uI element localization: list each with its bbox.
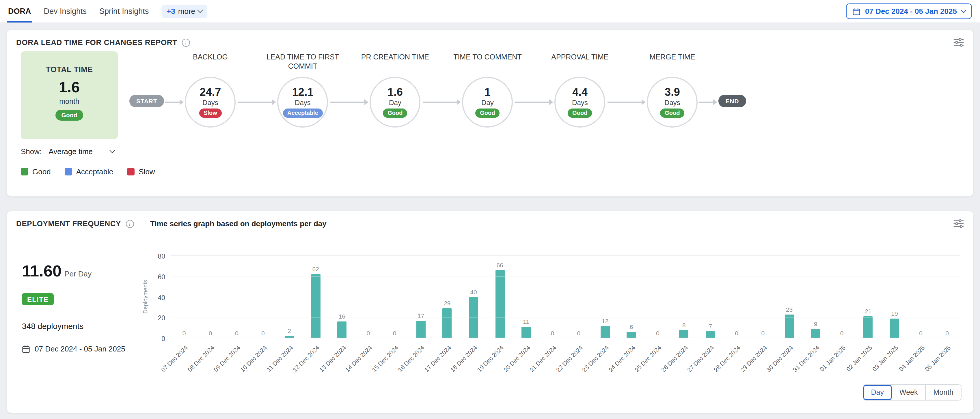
legend-item-good: Good xyxy=(21,167,51,176)
total-time-value: 1.6 xyxy=(21,78,118,96)
x-axis-label: 05 Jan 2025 xyxy=(923,344,952,373)
bar[interactable] xyxy=(522,327,531,338)
x-axis-label: 31 Dec 2024 xyxy=(791,344,820,373)
chevron-down-icon xyxy=(109,148,115,153)
x-axis-label: 26 Dec 2024 xyxy=(660,344,689,373)
bar-value-label: 0 xyxy=(209,330,212,336)
legend-swatch xyxy=(21,168,28,175)
bar-value-label: 17 xyxy=(417,312,424,319)
chevron-down-icon xyxy=(197,7,203,13)
lead-time-card-header: DORA LEAD TIME FOR CHANGES REPORT xyxy=(7,30,973,47)
gridline xyxy=(171,296,960,297)
settings-sliders-icon[interactable] xyxy=(953,219,964,228)
bar[interactable] xyxy=(469,297,478,338)
bar-value-label: 23 xyxy=(786,306,792,313)
bar[interactable] xyxy=(679,330,689,338)
bar-value-label: 21 xyxy=(865,308,872,315)
date-range-picker[interactable]: 07 Dec 2024 - 05 Jan 2025 xyxy=(846,3,972,19)
more-tabs-label: more xyxy=(178,7,195,16)
bar-value-label: 29 xyxy=(444,300,450,306)
x-axis-label: 29 Dec 2024 xyxy=(738,344,768,373)
bar[interactable] xyxy=(311,274,320,338)
bar-value-label: 19 xyxy=(891,310,898,317)
legend-label: Slow xyxy=(138,167,155,176)
bar-value-label: 0 xyxy=(840,330,844,336)
bar-value-label: 8 xyxy=(682,321,686,328)
granularity-toggle: DayWeekMonth xyxy=(863,384,961,400)
bar[interactable] xyxy=(811,329,820,338)
chevron-down-icon xyxy=(961,7,966,13)
bar[interactable] xyxy=(601,326,610,338)
bar-value-label: 0 xyxy=(577,330,581,336)
bar-slot: 1223 Dec 2024 xyxy=(592,256,618,338)
x-axis-label: 11 Dec 2024 xyxy=(266,344,294,373)
stage-unit: Days xyxy=(202,99,218,107)
stage-label: APPROVAL TIME xyxy=(539,51,621,77)
stage-value: 24.7 xyxy=(199,87,221,98)
show-dropdown[interactable]: Average time xyxy=(49,147,114,156)
stage-circle: 1.6DayGood xyxy=(370,77,420,127)
bar-slot: 1613 Dec 2024 xyxy=(329,256,355,338)
y-tick-label: 80 xyxy=(143,253,165,260)
legend-label: Good xyxy=(32,167,51,176)
x-axis-label: 13 Dec 2024 xyxy=(318,344,347,373)
bar[interactable] xyxy=(495,270,504,338)
bar-value-label: 6 xyxy=(630,324,633,330)
granularity-month[interactable]: Month xyxy=(926,385,961,400)
bar-value-label: 40 xyxy=(470,288,477,295)
bar-slot: 025 Dec 2024 xyxy=(644,256,671,338)
x-axis-label: 22 Dec 2024 xyxy=(554,344,584,373)
x-axis-label: 03 Jan 2025 xyxy=(871,344,899,373)
x-axis-label: 07 Dec 2024 xyxy=(160,344,189,373)
tab-sprint-insights[interactable]: Sprint Insights xyxy=(99,0,149,22)
stage-value: 1.6 xyxy=(388,87,403,98)
bar[interactable] xyxy=(337,322,347,338)
lead-time-card-title: DORA LEAD TIME FOR CHANGES REPORT xyxy=(16,38,177,47)
stage-unit: Days xyxy=(664,99,680,107)
bar[interactable] xyxy=(784,314,794,338)
tab-dev-insights[interactable]: Dev Insights xyxy=(44,0,87,22)
status-badge: Good xyxy=(475,108,500,118)
tab-dora[interactable]: DORA xyxy=(8,0,31,22)
chart-subtitle: Time series graph based on deployments p… xyxy=(150,219,326,228)
flow-arrow-icon xyxy=(330,102,367,103)
deployment-rate-value: 11.60 xyxy=(22,262,62,280)
x-axis-label: 15 Dec 2024 xyxy=(370,344,399,373)
bar-slot: 015 Dec 2024 xyxy=(382,256,408,338)
stage-value: 1 xyxy=(485,87,491,98)
chart-plot: 007 Dec 2024008 Dec 2024009 Dec 2024010 … xyxy=(171,256,960,338)
bar-slot: 022 Dec 2024 xyxy=(566,256,592,338)
flow-start-badge: START xyxy=(129,95,164,107)
show-row: Show: Average time xyxy=(21,147,973,156)
deployment-date-range: 07 Dec 2024 - 05 Jan 2025 xyxy=(22,344,161,353)
bar-slot: 6619 Dec 2024 xyxy=(487,256,513,338)
bar[interactable] xyxy=(443,308,452,338)
more-tabs-pill[interactable]: +3 more xyxy=(161,5,207,18)
bar[interactable] xyxy=(890,319,899,338)
stage-value: 12.1 xyxy=(292,87,313,98)
granularity-week[interactable]: Week xyxy=(891,385,925,400)
bar[interactable] xyxy=(416,321,426,338)
lead-time-flow: TOTAL TIME 1.6 month Good START BACKLOG2… xyxy=(7,47,973,139)
x-axis-label: 12 Dec 2024 xyxy=(291,344,320,373)
stage-value: 3.9 xyxy=(665,87,680,98)
stage-circle: 12.1DaysAcceptable xyxy=(277,77,328,127)
info-icon[interactable] xyxy=(126,220,134,228)
bar-value-label: 7 xyxy=(709,322,712,329)
stage-unit: Days xyxy=(572,99,588,107)
bar[interactable] xyxy=(864,317,873,338)
granularity-day[interactable]: Day xyxy=(864,385,891,400)
info-icon[interactable] xyxy=(182,38,190,46)
status-badge: Slow xyxy=(199,108,222,118)
stage-label: TIME TO COMMENT xyxy=(446,51,528,77)
stage-circle: 3.9DaysGood xyxy=(647,77,698,127)
bar[interactable] xyxy=(706,331,715,338)
stage-lead-time-to-first-commit: LEAD TIME TO FIRST COMMIT12.1DaysAccepta… xyxy=(256,51,349,127)
bar-slot: 2917 Dec 2024 xyxy=(434,256,460,338)
settings-sliders-icon[interactable] xyxy=(953,38,964,47)
bar[interactable] xyxy=(627,332,636,338)
x-axis-label: 24 Dec 2024 xyxy=(607,344,636,373)
bar-slot: 1716 Dec 2024 xyxy=(408,256,434,338)
status-badge: Good xyxy=(568,108,592,118)
bar-slot: 6212 Dec 2024 xyxy=(302,256,329,338)
